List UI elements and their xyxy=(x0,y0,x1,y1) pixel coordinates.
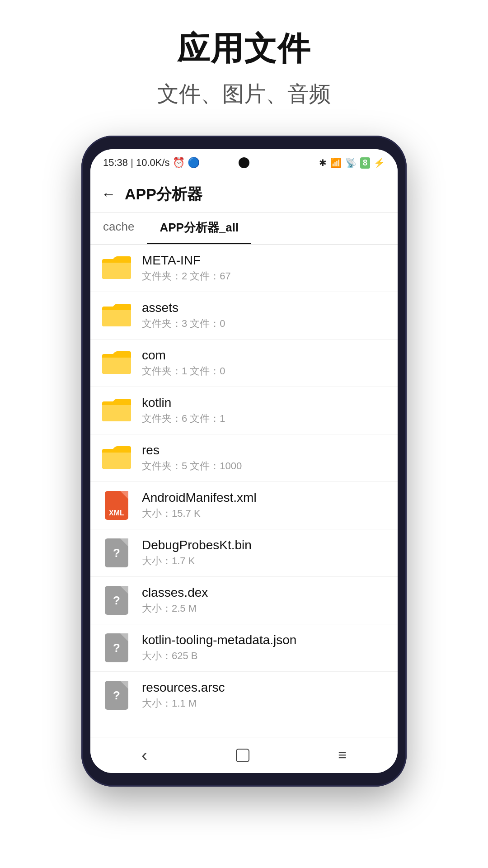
file-name: META-INF xyxy=(142,253,387,268)
battery-icon: 8 xyxy=(360,157,370,169)
tab-all[interactable]: APP分析器_all xyxy=(147,212,251,244)
list-item[interactable]: META-INF 文件夹：2 文件：67 xyxy=(90,245,398,292)
generic-file-icon: ? xyxy=(101,632,132,663)
generic-file-icon: ? xyxy=(101,585,132,616)
folder-icon xyxy=(101,443,132,473)
folder-icon xyxy=(101,395,132,426)
xml-file-icon: XML xyxy=(101,490,132,521)
file-info: assets 文件夹：3 文件：0 xyxy=(142,301,387,330)
camera-notch xyxy=(239,157,249,168)
file-info: res 文件夹：5 文件：1000 xyxy=(142,443,387,473)
page-title: 应用文件 xyxy=(157,27,331,71)
phone-frame: 15:38 | 10.0K/s ⏰ 🔵 ✱ 📶 📡 8 ⚡ ← APP分析器 c… xyxy=(81,136,407,787)
app-bar-title: APP分析器 xyxy=(125,184,202,205)
file-name: resources.arsc xyxy=(142,680,387,695)
page-subtitle: 文件、图片、音频 xyxy=(157,80,331,108)
list-item[interactable]: kotlin 文件夹：6 文件：1 xyxy=(90,387,398,434)
folder-icon xyxy=(101,253,132,283)
file-meta: 大小：1.7 K xyxy=(142,554,387,568)
file-meta: 文件夹：3 文件：0 xyxy=(142,317,387,330)
file-meta: 大小：2.5 M xyxy=(142,602,387,615)
file-info: AndroidManifest.xml 大小：15.7 K xyxy=(142,491,387,520)
menu-nav-button[interactable]: ≡ xyxy=(324,742,360,768)
file-name: classes.dex xyxy=(142,585,387,600)
tab-cache[interactable]: cache xyxy=(90,212,147,244)
page-header: 应用文件 文件、图片、音频 xyxy=(157,27,331,108)
screen: 15:38 | 10.0K/s ⏰ 🔵 ✱ 📶 📡 8 ⚡ ← APP分析器 c… xyxy=(90,149,398,773)
list-item[interactable]: assets 文件夹：3 文件：0 xyxy=(90,292,398,340)
list-item[interactable]: res 文件夹：5 文件：1000 xyxy=(90,434,398,482)
file-name: AndroidManifest.xml xyxy=(142,491,387,505)
file-name: kotlin xyxy=(142,396,387,410)
list-item[interactable]: ? classes.dex 大小：2.5 M xyxy=(90,577,398,624)
generic-file-icon: ? xyxy=(101,680,132,711)
file-list: META-INF 文件夹：2 文件：67 assets 文件夹：3 文件：0 xyxy=(90,245,398,737)
wifi-icon: 📡 xyxy=(345,157,357,168)
tab-bar: cache APP分析器_all xyxy=(90,212,398,245)
back-nav-button[interactable]: ‹ xyxy=(128,741,161,770)
list-item[interactable]: com 文件夹：1 文件：0 xyxy=(90,340,398,387)
bottom-nav: ‹ ≡ xyxy=(90,737,398,773)
app-bar: ← APP分析器 xyxy=(90,176,398,212)
file-info: DebugProbesKt.bin 大小：1.7 K xyxy=(142,538,387,568)
file-meta: 文件夹：6 文件：1 xyxy=(142,412,387,425)
folder-icon xyxy=(101,348,132,378)
file-name: kotlin-tooling-metadata.json xyxy=(142,633,387,647)
home-nav-button[interactable] xyxy=(236,749,249,762)
list-item[interactable]: ? DebugProbesKt.bin 大小：1.7 K xyxy=(90,529,398,577)
file-info: com 文件夹：1 文件：0 xyxy=(142,348,387,378)
file-meta: 大小：625 B xyxy=(142,649,387,663)
list-item[interactable]: ? resources.arsc 大小：1.1 M xyxy=(90,672,398,719)
file-meta: 大小：15.7 K xyxy=(142,507,387,520)
file-info: kotlin-tooling-metadata.json 大小：625 B xyxy=(142,633,387,663)
file-name: DebugProbesKt.bin xyxy=(142,538,387,552)
bluetooth-icon: ✱ xyxy=(319,157,327,168)
file-name: com xyxy=(142,348,387,363)
status-icons: ✱ 📶 📡 8 ⚡ xyxy=(319,157,385,169)
status-bar: 15:38 | 10.0K/s ⏰ 🔵 ✱ 📶 📡 8 ⚡ xyxy=(90,149,398,176)
signal-icon: 📶 xyxy=(330,157,342,168)
list-item[interactable]: ? kotlin-tooling-metadata.json 大小：625 B xyxy=(90,624,398,672)
status-time-speed: 15:38 | 10.0K/s ⏰ 🔵 xyxy=(103,157,200,169)
charging-icon: ⚡ xyxy=(374,157,385,168)
file-name: res xyxy=(142,443,387,458)
generic-file-icon: ? xyxy=(101,538,132,568)
file-meta: 文件夹：2 文件：67 xyxy=(142,269,387,283)
list-item[interactable]: XML AndroidManifest.xml 大小：15.7 K xyxy=(90,482,398,529)
file-info: kotlin 文件夹：6 文件：1 xyxy=(142,396,387,425)
file-meta: 大小：1.1 M xyxy=(142,697,387,710)
back-button[interactable]: ← xyxy=(101,186,116,203)
folder-icon xyxy=(101,300,132,331)
file-info: META-INF 文件夹：2 文件：67 xyxy=(142,253,387,283)
file-info: resources.arsc 大小：1.1 M xyxy=(142,680,387,710)
file-name: assets xyxy=(142,301,387,315)
file-info: classes.dex 大小：2.5 M xyxy=(142,585,387,615)
file-meta: 文件夹：5 文件：1000 xyxy=(142,459,387,473)
file-meta: 文件夹：1 文件：0 xyxy=(142,364,387,378)
